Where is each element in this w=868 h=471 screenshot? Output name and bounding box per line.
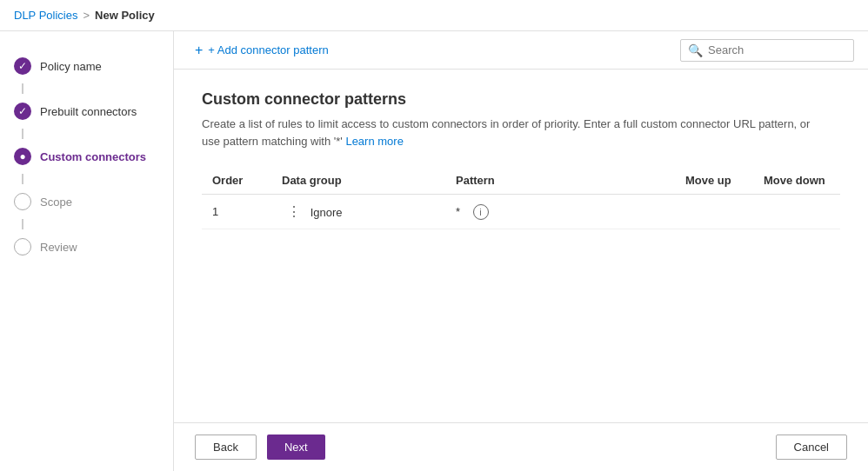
content-area: + + Add connector pattern 🔍 Custom conne… [174, 31, 868, 471]
sidebar-item-scope[interactable]: Scope [0, 184, 173, 219]
table-row: 1 ⋮ Ignore * i [202, 195, 840, 229]
cell-order: 1 [202, 195, 271, 229]
breadcrumb-parent[interactable]: DLP Policies [14, 9, 77, 22]
sidebar-label-custom: Custom connectors [40, 150, 146, 163]
connector-patterns-table: Order Data group Pattern Move up Move do [202, 167, 840, 229]
search-box: 🔍 [680, 39, 854, 62]
step-icon-custom: ● [14, 148, 31, 165]
step-connector-1 [22, 83, 23, 94]
step-connector-3 [22, 174, 23, 184]
page-title: Custom connector patterns [202, 90, 840, 109]
cell-moveup [675, 195, 753, 229]
cell-datagroup-value: Ignore [310, 206, 343, 219]
breadcrumb-current: New Policy [95, 9, 155, 22]
add-connector-pattern-button[interactable]: + + Add connector pattern [188, 39, 336, 62]
page-description: Create a list of rules to limit access t… [202, 116, 811, 149]
toolbar: + + Add connector pattern 🔍 [174, 31, 868, 70]
cell-datagroup: ⋮ Ignore [271, 195, 445, 229]
sidebar-item-prebuilt-connectors[interactable]: ✓ Prebuilt connectors [0, 94, 173, 129]
sidebar: ✓ Policy name ✓ Prebuilt connectors ● Cu… [0, 31, 174, 471]
add-button-label: + Add connector pattern [208, 43, 328, 56]
sidebar-label-scope: Scope [40, 196, 72, 209]
step-icon-prebuilt: ✓ [14, 103, 31, 120]
description-text: Create a list of rules to limit access t… [202, 117, 810, 148]
col-header-movedown: Move down [753, 167, 840, 195]
footer-left-buttons: Back Next [195, 435, 325, 460]
step-icon-scope [14, 193, 31, 210]
cancel-button[interactable]: Cancel [776, 435, 847, 460]
row-menu-button[interactable]: ⋮ [282, 202, 307, 222]
col-header-order: Order [202, 167, 271, 195]
cell-movedown [753, 195, 840, 229]
info-icon[interactable]: i [473, 204, 489, 220]
cell-pattern-value: * [456, 205, 460, 218]
page-content: Custom connector patterns Create a list … [174, 70, 868, 422]
learn-more-link[interactable]: Learn more [345, 135, 403, 148]
step-icon-review [14, 238, 31, 255]
cell-pattern: * i [445, 195, 675, 229]
breadcrumb-separator: > [83, 9, 90, 22]
sidebar-label-prebuilt: Prebuilt connectors [40, 105, 137, 118]
back-button[interactable]: Back [195, 435, 257, 460]
sidebar-item-review[interactable]: Review [0, 229, 173, 264]
plus-icon: + [195, 43, 203, 58]
sidebar-item-custom-connectors[interactable]: ● Custom connectors [0, 139, 173, 174]
table-body: 1 ⋮ Ignore * i [202, 195, 840, 229]
table-header-row: Order Data group Pattern Move up Move do [202, 167, 840, 195]
sidebar-label-policy-name: Policy name [40, 60, 102, 73]
search-icon: 🔍 [688, 43, 703, 57]
col-header-moveup: Move up [675, 167, 753, 195]
step-icon-policy-name: ✓ [14, 57, 31, 75]
col-header-pattern: Pattern [445, 167, 675, 195]
sidebar-item-policy-name[interactable]: ✓ Policy name [0, 49, 173, 83]
step-connector-4 [22, 219, 23, 229]
table-header: Order Data group Pattern Move up Move do [202, 167, 840, 195]
step-connector-2 [22, 129, 23, 139]
next-button[interactable]: Next [267, 435, 325, 460]
search-input[interactable] [708, 43, 846, 56]
col-header-datagroup: Data group [271, 167, 445, 195]
top-bar: DLP Policies > New Policy [0, 0, 868, 31]
sidebar-label-review: Review [40, 241, 77, 254]
footer: Back Next Cancel [174, 422, 868, 471]
footer-right-buttons: Cancel [776, 435, 847, 460]
